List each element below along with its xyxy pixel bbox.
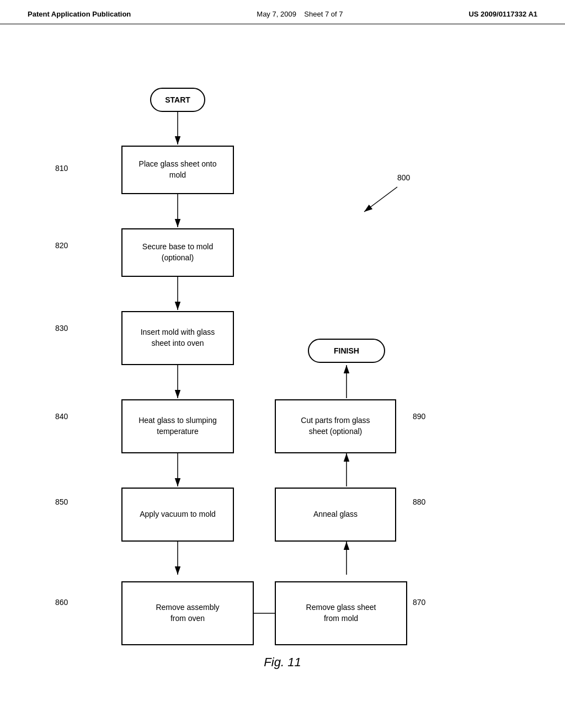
box-880: Anneal glass [275,488,396,542]
label-840: 840 [55,412,68,421]
figure-caption: Fig. 11 [264,655,301,670]
box-810: Place glass sheet onto mold [121,146,234,194]
label-860: 860 [55,598,68,607]
label-810: 810 [55,164,68,173]
header-patent-number: US 2009/0117332 A1 [468,10,537,18]
page-header: Patent Application Publication May 7, 20… [0,0,565,24]
box-840: Heat glass to slumping temperature [121,399,234,453]
box-850: Apply vacuum to mold [121,488,234,542]
label-850: 850 [55,497,68,506]
box-890: Cut parts from glass sheet (optional) [275,399,396,453]
header-date-sheet: May 7, 2009 Sheet 7 of 7 [257,10,343,18]
box-820: Secure base to mold (optional) [121,228,234,277]
box-830: Insert mold with glass sheet into oven [121,311,234,365]
label-890: 890 [413,412,425,421]
label-880: 880 [413,497,425,506]
finish-oval: FINISH [308,339,385,363]
label-830: 830 [55,324,68,333]
diagram-area: START 800 810 Place glass sheet onto mol… [0,24,565,686]
label-820: 820 [55,241,68,250]
start-oval: START [150,88,205,112]
box-870: Remove glass sheet from mold [275,581,407,645]
svg-line-11 [364,187,397,212]
box-860: Remove assembly from oven [121,581,254,645]
label-870: 870 [413,598,425,607]
ref-800-label: 800 [397,173,410,182]
header-publication: Patent Application Publication [28,10,131,18]
